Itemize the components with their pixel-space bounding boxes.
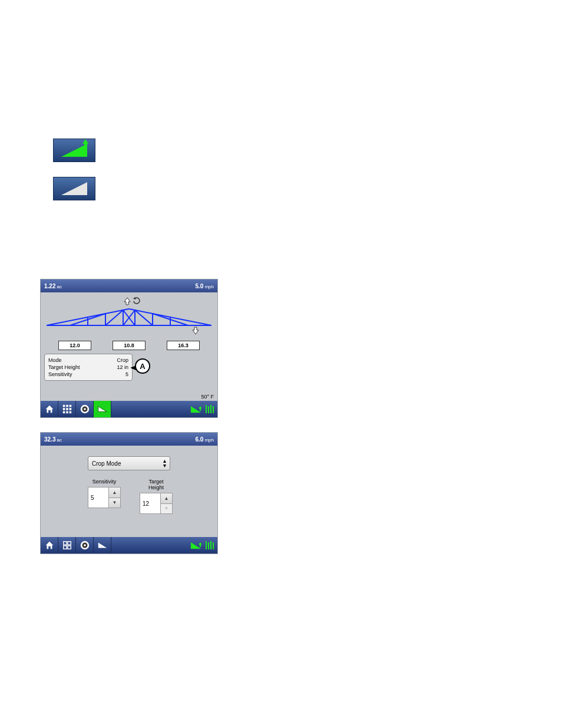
right-height-readout: 16.3 xyxy=(167,341,200,350)
target-button[interactable] xyxy=(76,401,94,417)
boom-raise-inactive-button[interactable] xyxy=(53,177,95,200)
sensitivity-down-button[interactable]: ▼ xyxy=(108,498,120,508)
nav-bar xyxy=(41,401,217,417)
truss-icon xyxy=(47,303,211,332)
speed-value: 6.0 xyxy=(196,436,204,443)
target-height-control: Target Height 12 ▲ ▼ xyxy=(140,479,173,514)
svg-rect-15 xyxy=(62,405,65,407)
settings-summary-panel[interactable]: ModeCrop Target Height12 in Sensitivity5 xyxy=(44,354,133,381)
speed-unit: mph xyxy=(204,437,214,443)
area-unit: ac xyxy=(57,284,61,289)
mode-value: Crop xyxy=(117,357,128,364)
target-height-value: 12 in xyxy=(117,364,128,371)
callout-a: A xyxy=(135,358,150,374)
status-bar: 1.22ac 5.0mph xyxy=(41,279,217,292)
sensitivity-value: 5 xyxy=(125,371,128,378)
target-icon xyxy=(80,540,90,551)
target-height-down-button[interactable]: ▼ xyxy=(160,504,172,514)
wedge-icon xyxy=(97,404,108,414)
wedge-white-icon xyxy=(61,182,87,195)
svg-point-26 xyxy=(84,408,86,410)
svg-rect-20 xyxy=(69,408,71,410)
grid-4-icon xyxy=(62,540,72,551)
boom-settings-screen: 32.3ac 6.0mph Crop Mode ▴▾ Sensitivity 5… xyxy=(40,432,218,554)
svg-rect-22 xyxy=(66,411,68,414)
svg-rect-33 xyxy=(63,546,66,549)
svg-rect-23 xyxy=(69,411,71,414)
crop-icon[interactable] xyxy=(204,540,215,551)
svg-rect-34 xyxy=(67,546,70,549)
svg-point-37 xyxy=(84,544,86,546)
target-button[interactable] xyxy=(76,537,94,554)
target-height-label: Target Height xyxy=(48,364,80,371)
updown-icon: ▴▾ xyxy=(163,459,166,468)
mode-label: Mode xyxy=(48,357,62,364)
wedge-icon xyxy=(97,540,108,551)
grid-button[interactable] xyxy=(58,537,76,554)
home-icon xyxy=(44,540,55,551)
home-icon xyxy=(44,404,55,414)
home-button[interactable] xyxy=(41,401,58,417)
target-height-label: Target Height xyxy=(140,479,173,490)
sensitivity-up-button[interactable]: ▲ xyxy=(108,487,120,498)
target-height-up-button[interactable]: ▲ xyxy=(160,493,172,504)
temperature-readout: 50° F xyxy=(201,394,214,400)
nav-bar xyxy=(41,537,217,554)
svg-rect-21 xyxy=(62,411,65,414)
wedge-up-green-icon xyxy=(61,144,87,157)
speed-unit: mph xyxy=(204,284,214,289)
center-up-indicator xyxy=(123,297,141,305)
svg-rect-16 xyxy=(66,405,68,407)
grid-9-icon xyxy=(62,404,72,414)
mode-dropdown-value: Crop Mode xyxy=(92,460,121,467)
target-icon xyxy=(80,404,90,414)
sensitivity-label: Sensitivity xyxy=(48,371,72,378)
left-height-readout: 12.0 xyxy=(58,341,91,350)
area-unit: ac xyxy=(57,437,61,443)
sensitivity-stepper: 5 ▲ ▼ xyxy=(88,487,121,508)
mode-dropdown[interactable]: Crop Mode ▴▾ xyxy=(88,456,170,470)
status-bar: 32.3ac 6.0mph xyxy=(41,433,217,446)
area-value: 1.22 xyxy=(44,283,55,289)
area-value: 32.3 xyxy=(44,436,55,443)
grid-button[interactable] xyxy=(58,401,76,417)
boom-raise-icon[interactable] xyxy=(190,404,203,414)
boom-raise-active-button[interactable] xyxy=(53,139,95,162)
target-height-value: 12 xyxy=(140,493,160,513)
speed-value: 5.0 xyxy=(196,283,204,289)
boom-tab-button[interactable] xyxy=(94,537,111,554)
svg-rect-32 xyxy=(67,542,70,545)
target-height-stepper: 12 ▲ ▼ xyxy=(140,493,173,514)
svg-rect-31 xyxy=(63,542,66,545)
svg-rect-18 xyxy=(62,408,65,410)
sensitivity-label: Sensitivity xyxy=(88,479,121,485)
svg-rect-17 xyxy=(69,405,71,407)
boom-height-screen: 1.22ac 5.0mph xyxy=(40,279,218,418)
svg-rect-19 xyxy=(66,408,68,410)
sensitivity-value: 5 xyxy=(88,487,108,508)
boom-raise-icon[interactable] xyxy=(190,540,203,551)
boom-tab-button[interactable] xyxy=(94,401,111,417)
boom-diagram: 12.0 10.8 16.3 xyxy=(41,292,217,363)
crop-icon[interactable] xyxy=(204,404,215,414)
center-height-readout: 10.8 xyxy=(113,341,146,350)
home-button[interactable] xyxy=(41,537,58,554)
sensitivity-control: Sensitivity 5 ▲ ▼ xyxy=(88,479,121,508)
right-down-indicator xyxy=(191,327,200,336)
